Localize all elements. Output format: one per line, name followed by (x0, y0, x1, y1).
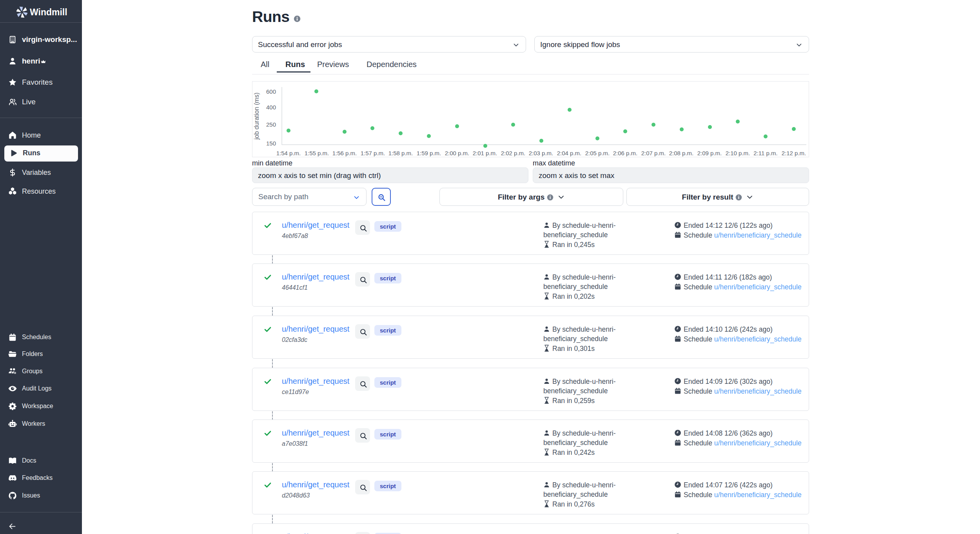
svg-text:2:11 p.m.: 2:11 p.m. (753, 150, 777, 156)
svg-text:2:05 p.m.: 2:05 p.m. (585, 150, 610, 156)
svg-text:2:04 p.m.: 2:04 p.m. (557, 150, 582, 156)
svg-text:600: 600 (266, 88, 276, 95)
svg-text:1:57 p.m.: 1:57 p.m. (361, 150, 385, 156)
svg-text:1:58 p.m.: 1:58 p.m. (388, 150, 413, 156)
svg-text:1:55 p.m.: 1:55 p.m. (305, 150, 329, 156)
svg-text:2:07 p.m.: 2:07 p.m. (641, 150, 666, 156)
svg-text:2:10 p.m.: 2:10 p.m. (726, 150, 750, 156)
svg-text:2:09 p.m.: 2:09 p.m. (697, 150, 722, 156)
svg-text:150: 150 (266, 140, 276, 147)
svg-text:2:02 p.m.: 2:02 p.m. (501, 150, 526, 156)
svg-text:2:08 p.m.: 2:08 p.m. (669, 150, 694, 156)
svg-text:2:03 p.m.: 2:03 p.m. (529, 150, 554, 156)
svg-text:1:54 p.m.: 1:54 p.m. (276, 150, 301, 156)
svg-text:250: 250 (266, 121, 276, 128)
svg-text:400: 400 (266, 104, 276, 111)
svg-text:1:56 p.m.: 1:56 p.m. (332, 150, 357, 156)
svg-text:1:59 p.m.: 1:59 p.m. (417, 150, 441, 156)
svg-text:2:06 p.m.: 2:06 p.m. (613, 150, 638, 156)
svg-text:job duration (ms): job duration (ms) (253, 93, 260, 140)
svg-text:2:01 p.m.: 2:01 p.m. (473, 150, 497, 156)
svg-text:2:00 p.m.: 2:00 p.m. (445, 150, 470, 156)
svg-text:2:12 p.m.: 2:12 p.m. (782, 150, 806, 156)
